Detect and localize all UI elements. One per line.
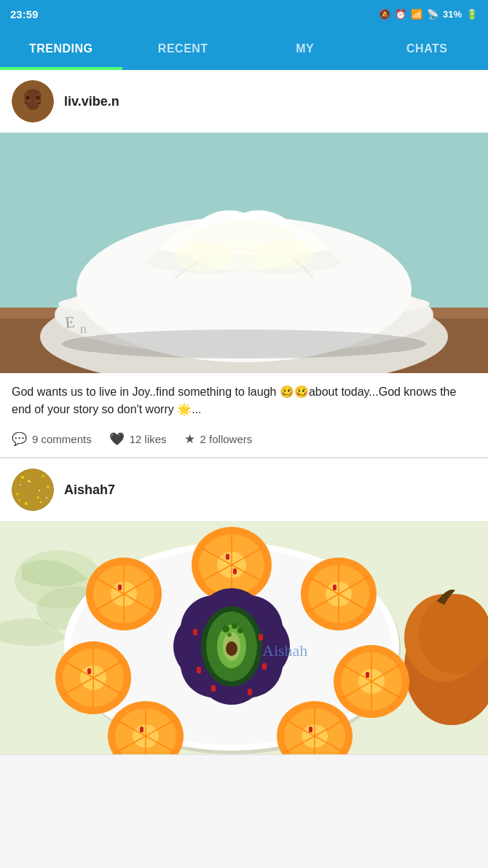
post-stats: 💬 9 comments 🖤 12 likes ★ 2 followers	[0, 426, 488, 457]
svg-point-24	[17, 493, 19, 496]
svg-point-101	[226, 641, 237, 656]
svg-point-30	[46, 497, 47, 498]
svg-point-19	[62, 329, 426, 359]
battery-icon: 🔋	[466, 9, 478, 20]
tab-chats[interactable]: CHATS	[366, 28, 489, 70]
comment-icon: 💬	[12, 431, 27, 447]
svg-rect-110	[197, 667, 201, 673]
avatar[interactable]	[12, 80, 54, 122]
battery-label: 31%	[443, 9, 462, 20]
svg-point-25	[25, 502, 28, 505]
svg-text:n: n	[79, 321, 87, 336]
svg-point-28	[39, 490, 40, 491]
post-header: liv.vibe.n	[0, 70, 488, 133]
post-header-2: Aishah7	[0, 458, 488, 521]
svg-point-4	[25, 95, 30, 100]
tab-recent[interactable]: RECENT	[122, 28, 245, 70]
post-image-2[interactable]: Aishah	[0, 521, 488, 754]
svg-rect-78	[140, 727, 143, 732]
svg-text:E: E	[64, 313, 76, 332]
followers-count: 2 followers	[200, 433, 253, 445]
status-icons: 🔕 ⏰ 📶 📡 31% 🔋	[379, 9, 478, 20]
svg-rect-108	[211, 685, 216, 692]
svg-rect-57	[333, 584, 337, 590]
svg-point-29	[20, 484, 21, 485]
avatar-2[interactable]	[12, 469, 54, 511]
comments-stat[interactable]: 💬 9 comments	[12, 431, 92, 447]
svg-rect-92	[118, 584, 122, 590]
post-text: God wants us to live in Joy..find someth…	[0, 373, 488, 426]
post-username-2[interactable]: Aishah7	[64, 482, 115, 498]
svg-rect-107	[259, 634, 263, 641]
likes-count: 12 likes	[130, 433, 167, 445]
post-card: liv.vibe.n	[0, 70, 488, 458]
svg-rect-71	[309, 727, 312, 732]
svg-point-105	[227, 633, 232, 637]
tab-bar: TRENDING RECENT MY CHATS	[0, 28, 488, 70]
svg-rect-64	[366, 672, 369, 678]
svg-point-15	[175, 242, 233, 271]
svg-point-6	[27, 101, 39, 110]
svg-point-23	[47, 485, 50, 488]
svg-rect-50	[233, 568, 237, 574]
heart-icon: 🖤	[109, 431, 125, 447]
svg-point-5	[36, 95, 40, 100]
alarm-icon: ⏰	[395, 9, 406, 20]
svg-point-104	[237, 627, 243, 633]
svg-point-26	[40, 501, 42, 504]
svg-text:Aishah: Aishah	[262, 641, 307, 660]
tab-trending[interactable]: TRENDING	[0, 28, 122, 70]
svg-rect-49	[226, 554, 229, 560]
status-bar: 23:59 🔕 ⏰ 📶 📡 31% 🔋	[0, 0, 488, 28]
likes-stat[interactable]: 🖤 12 likes	[109, 431, 167, 447]
followers-stat[interactable]: ★ 2 followers	[184, 431, 253, 447]
svg-point-102	[222, 625, 229, 633]
svg-point-16	[255, 241, 313, 270]
tab-my[interactable]: MY	[244, 28, 366, 70]
signal-icon: 📶	[411, 9, 422, 20]
user-avatar-2	[12, 469, 54, 511]
post-card-2: Aishah7	[0, 458, 488, 755]
wifi-icon: 📡	[427, 9, 438, 20]
svg-rect-85	[87, 668, 91, 674]
svg-rect-109	[248, 689, 252, 695]
svg-point-103	[232, 623, 237, 629]
user-avatar-1	[12, 80, 54, 122]
post-image[interactable]: E n	[0, 133, 488, 373]
post-username[interactable]: liv.vibe.n	[64, 94, 119, 109]
comments-count: 9 comments	[32, 433, 92, 445]
svg-point-22	[42, 475, 44, 477]
svg-rect-111	[262, 663, 267, 670]
feed-content: liv.vibe.n	[0, 70, 488, 755]
mute-icon: 🔕	[379, 9, 390, 20]
star-icon: ★	[184, 431, 195, 447]
svg-point-21	[21, 476, 24, 479]
status-time: 23:59	[10, 8, 38, 20]
svg-point-20	[12, 469, 54, 511]
svg-rect-106	[193, 629, 197, 636]
